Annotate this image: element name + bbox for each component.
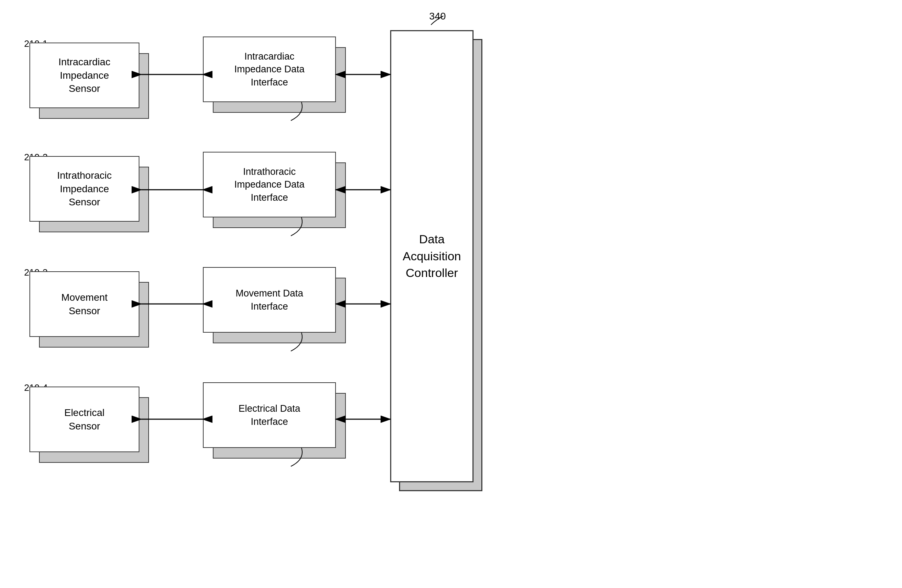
sensor-2-box: IntrathoracicImpedanceSensor xyxy=(30,156,139,222)
interface-3-box: Movement DataInterface xyxy=(203,267,336,333)
interface-4-box: Electrical DataInterface xyxy=(203,382,336,448)
interface-2-box: IntrathoracicImpedance DataInterface xyxy=(203,152,336,217)
sensor-1-box: IntracardiacImpedanceSensor xyxy=(30,42,139,108)
diagram-container: 340 Data Acquisition Controller Intracar… xyxy=(0,0,902,588)
sensor-3-box: MovementSensor xyxy=(30,271,139,337)
interface-1-box: IntracardiacImpedance DataInterface xyxy=(203,36,336,102)
ref-340: 340 xyxy=(429,11,446,22)
controller-label: Data Acquisition Controller xyxy=(390,30,473,482)
sensor-4-box: ElectricalSensor xyxy=(30,386,139,452)
